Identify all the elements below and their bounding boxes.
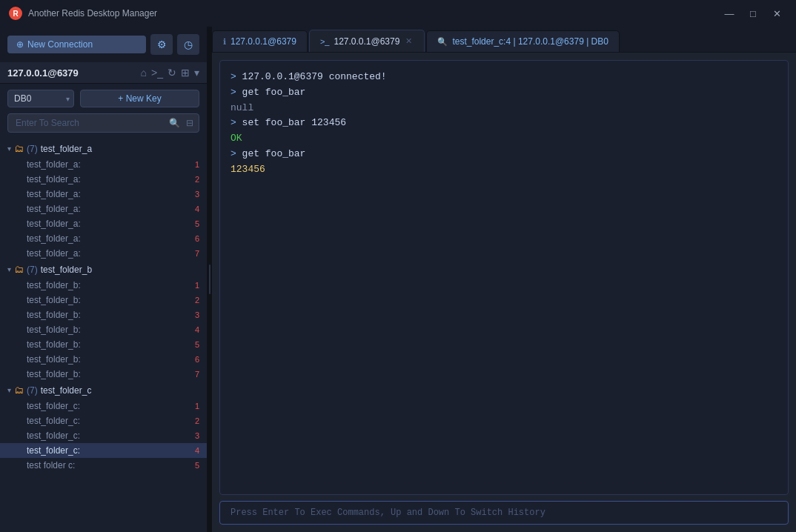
console-line: get foo_bar xyxy=(230,85,777,101)
connection-header: 127.0.0.1@6379 ⌂ >_ ↻ ⊞ ▾ xyxy=(0,62,207,84)
new-connection-button[interactable]: ⊕ New Connection xyxy=(7,36,146,53)
list-item[interactable]: test_folder_b:2 xyxy=(0,293,207,307)
minimize-button[interactable]: — xyxy=(719,5,740,21)
tab-terminal[interactable]: >_ 127.0.0.1@6379 ✕ xyxy=(309,30,425,52)
folder-icon: 🗂 xyxy=(14,143,24,154)
list-item[interactable]: test_folder_b:6 xyxy=(0,352,207,367)
sidebar: ⊕ New Connection ⚙ ◷ 127.0.0.1@6379 ⌂ >_… xyxy=(0,27,208,532)
list-item[interactable]: test_folder_b:4 xyxy=(0,322,207,337)
console-line: set foo_bar 123456 xyxy=(230,116,777,131)
maximize-button[interactable]: □ xyxy=(743,5,763,21)
folder-test-folder-c[interactable]: ▾ 🗂 (7) test_folder_c xyxy=(0,382,207,399)
terminal-icon[interactable]: >_ xyxy=(151,67,163,79)
search-tab-icon: 🔍 xyxy=(437,37,448,47)
search-icons: 🔍 ⊟ xyxy=(168,116,195,130)
titlebar-left: R Another Redis Desktop Manager xyxy=(9,7,157,20)
info-icon: ℹ xyxy=(223,37,226,47)
search-button[interactable]: 🔍 xyxy=(168,116,182,130)
sidebar-toolbar: ⊕ New Connection ⚙ ◷ xyxy=(0,27,207,62)
gear-icon: ⚙ xyxy=(157,39,167,50)
tree-container[interactable]: ▾ 🗂 (7) test_folder_a test_folder_a:1 te… xyxy=(0,139,207,532)
folder-test-folder-b[interactable]: ▾ 🗂 (7) test_folder_b xyxy=(0,261,207,278)
folder-toggle-icon: ▾ xyxy=(7,386,11,394)
console-line: 127.0.0.1@6379 connected! xyxy=(230,70,777,85)
window-controls: — □ ✕ xyxy=(719,5,787,21)
search-bar: 🔍 ⊟ xyxy=(0,113,207,139)
app-icon: R xyxy=(9,7,22,20)
titlebar: R Another Redis Desktop Manager — □ ✕ xyxy=(0,0,796,27)
terminal-tab-icon: >_ xyxy=(320,37,330,46)
folder-toggle-icon: ▾ xyxy=(7,265,11,273)
tabs-bar: ℹ 127.0.0.1@6379 >_ 127.0.0.1@6379 ✕ 🔍 t… xyxy=(212,27,796,53)
tab-label: 127.0.0.1@6379 xyxy=(334,36,399,47)
folder-count: (7) xyxy=(27,144,38,154)
collapse-icon[interactable]: ▾ xyxy=(194,67,199,79)
db-toolbar: DB0 DB1 DB2 DB3 + New Key xyxy=(0,84,207,113)
folder-test-folder-a[interactable]: ▾ 🗂 (7) test_folder_a xyxy=(0,140,207,157)
tab-label: test_folder_c:4 | 127.0.0.1@6379 | DB0 xyxy=(452,36,608,47)
new-connection-label: New Connection xyxy=(27,39,93,50)
close-button[interactable]: ✕ xyxy=(766,5,787,21)
tab-close-button[interactable]: ✕ xyxy=(404,36,414,47)
connection-actions: ⌂ >_ ↻ ⊞ ▾ xyxy=(141,67,199,79)
list-item-active[interactable]: test_folder_c:4 xyxy=(0,443,207,458)
console-line: get foo_bar xyxy=(230,147,777,162)
clock-icon: ◷ xyxy=(184,39,193,50)
console-line: null xyxy=(230,101,777,116)
folder-count: (7) xyxy=(27,265,38,275)
folder-icon: 🗂 xyxy=(14,264,24,275)
list-item[interactable]: test_folder_a:2 xyxy=(0,172,207,187)
refresh-icon[interactable]: ↻ xyxy=(168,67,176,79)
console-line: OK xyxy=(230,131,777,147)
connection-name: 127.0.0.1@6379 xyxy=(7,67,79,79)
console-area: 127.0.0.1@6379 connected! get foo_bar nu… xyxy=(212,53,796,532)
console-output: 127.0.0.1@6379 connected! get foo_bar nu… xyxy=(219,60,789,495)
list-item[interactable]: test_folder_c:2 xyxy=(0,413,207,428)
list-item[interactable]: test_folder_a:1 xyxy=(0,157,207,172)
filter-button[interactable]: ⊟ xyxy=(185,116,195,130)
list-item[interactable]: test_folder_a:5 xyxy=(0,216,207,231)
console-input[interactable] xyxy=(219,501,789,525)
list-item[interactable]: test_folder_b:5 xyxy=(0,337,207,352)
list-item[interactable]: test_folder_c:1 xyxy=(0,399,207,413)
folder-toggle-icon: ▾ xyxy=(7,144,11,153)
tab-key-viewer[interactable]: 🔍 test_folder_c:4 | 127.0.0.1@6379 | DB0 xyxy=(426,30,620,52)
list-item[interactable]: test_folder_a:3 xyxy=(0,187,207,202)
plus-icon: ⊕ xyxy=(16,39,24,50)
search-input-wrapper: 🔍 ⊟ xyxy=(7,113,199,133)
list-item[interactable]: test folder c:5 xyxy=(0,458,207,473)
settings-button[interactable]: ⚙ xyxy=(150,34,173,55)
list-item[interactable]: test_folder_b:3 xyxy=(0,307,207,322)
clock-button[interactable]: ◷ xyxy=(177,34,199,55)
folder-count: (7) xyxy=(27,385,38,396)
grid-icon[interactable]: ⊞ xyxy=(181,67,190,79)
folder-label: test_folder_c xyxy=(41,385,92,396)
new-key-button[interactable]: + New Key xyxy=(80,90,199,107)
console-line: 123456 xyxy=(230,162,777,178)
tab-label: 127.0.0.1@6379 xyxy=(230,36,296,47)
folder-label: test_folder_b xyxy=(41,265,92,275)
tab-connection-info[interactable]: ℹ 127.0.0.1@6379 xyxy=(212,30,308,52)
list-item[interactable]: test_folder_b:1 xyxy=(0,278,207,293)
list-item[interactable]: test_folder_b:7 xyxy=(0,367,207,382)
list-item[interactable]: test_folder_c:3 xyxy=(0,428,207,443)
main-layout: ⊕ New Connection ⚙ ◷ 127.0.0.1@6379 ⌂ >_… xyxy=(0,27,796,532)
right-panel: ℹ 127.0.0.1@6379 >_ 127.0.0.1@6379 ✕ 🔍 t… xyxy=(212,27,796,532)
folder-label: test_folder_a xyxy=(41,144,92,154)
list-item[interactable]: test_folder_a:4 xyxy=(0,202,207,216)
list-item[interactable]: test_folder_a:6 xyxy=(0,231,207,246)
folder-icon: 🗂 xyxy=(14,385,24,396)
list-item[interactable]: test_folder_a:7 xyxy=(0,246,207,261)
home-icon[interactable]: ⌂ xyxy=(141,67,147,79)
db-select[interactable]: DB0 DB1 DB2 DB3 xyxy=(7,90,74,107)
app-title: Another Redis Desktop Manager xyxy=(28,8,157,19)
db-select-wrapper: DB0 DB1 DB2 DB3 xyxy=(7,90,74,107)
